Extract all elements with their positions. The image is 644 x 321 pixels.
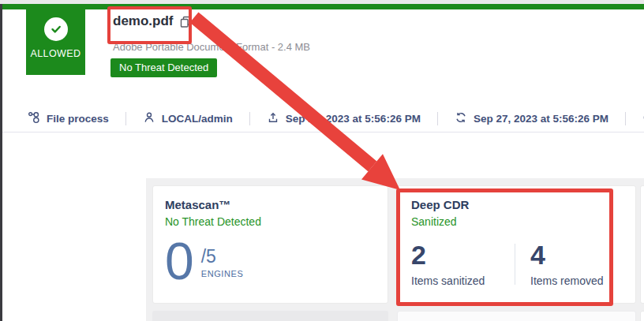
results-panel: Metascan™ No Threat Detected 0 /5 ENGINE… [146,178,644,321]
card-status: Sanitized [411,215,457,228]
toolbar-user[interactable]: LOCAL/admin [143,111,233,126]
threat-status-badge: No Threat Detected [110,58,217,77]
verdict-label: ALLOWED [31,48,81,59]
bottom-right-card-partial[interactable] [397,311,636,321]
file-name-row: demo.pdf [113,13,193,29]
toolbar-label: Sep 27, 2023 at 5:56:26 PM [286,113,421,125]
window-left-edge [0,4,2,321]
card-title: Metascan™ [165,198,230,211]
stat-label: Items removed [530,274,604,287]
card-title: Deep CDR [411,198,469,211]
section-divider [2,132,644,133]
stat-items-removed: 4 Items removed [530,241,604,287]
engine-score: 0 /5 ENGINES [165,239,243,283]
stat-value: 4 [530,241,604,268]
bottom-next-card-partial[interactable] [640,311,644,321]
verdict-tile: ALLOWED [26,4,85,75]
toolbar-divider [125,112,126,125]
metascan-card[interactable]: Metascan™ No Threat Detected 0 /5 ENGINE… [152,185,388,304]
engines-label: ENGINES [201,269,244,278]
stat-divider [515,244,515,285]
check-circle-icon [44,17,68,41]
toolbar-label: File process [47,113,109,125]
process-icon [28,111,40,126]
bottom-left-card-partial[interactable] [152,311,388,321]
detections-count: 0 [165,239,194,283]
stat-label: Items sanitized [411,274,485,287]
file-name: demo.pdf [113,13,174,29]
card-status: No Threat Detected [165,215,261,228]
deep-cdr-card[interactable]: Deep CDR Sanitized 2 Items sanitized 4 I… [397,185,636,304]
toolbar-divider [625,112,626,125]
toolbar-file-process[interactable]: File process [28,111,109,126]
toolbar-label: Sep 27, 2023 at 5:56:26 PM [474,113,608,125]
toolbar-divider [437,112,438,125]
toolbar-process-time[interactable]: Sep 27, 2023 at 5:56:26 PM [455,111,608,126]
stat-items-sanitized: 2 Items sanitized [411,241,485,287]
process-info-toolbar: File process LOCAL/admin Sep 27, 2023 at… [28,110,644,127]
sync-icon [455,111,467,126]
upload-icon [267,111,279,126]
metadefender-result-screen: ALLOWED demo.pdf Adobe Portable Document… [0,0,644,321]
status-color-bar [2,4,644,9]
toolbar-upload-time[interactable]: Sep 27, 2023 at 5:56:26 PM [267,111,421,126]
toolbar-divider [249,112,250,125]
copy-icon[interactable] [179,15,193,28]
file-type-size: Adobe Portable Document Format - 2.4 MB [113,41,310,53]
stat-value: 2 [411,241,485,268]
user-icon [143,111,155,126]
next-card-partial[interactable] [640,185,644,304]
toolbar-label: LOCAL/admin [162,113,233,125]
engines-total: /5 [201,248,244,265]
